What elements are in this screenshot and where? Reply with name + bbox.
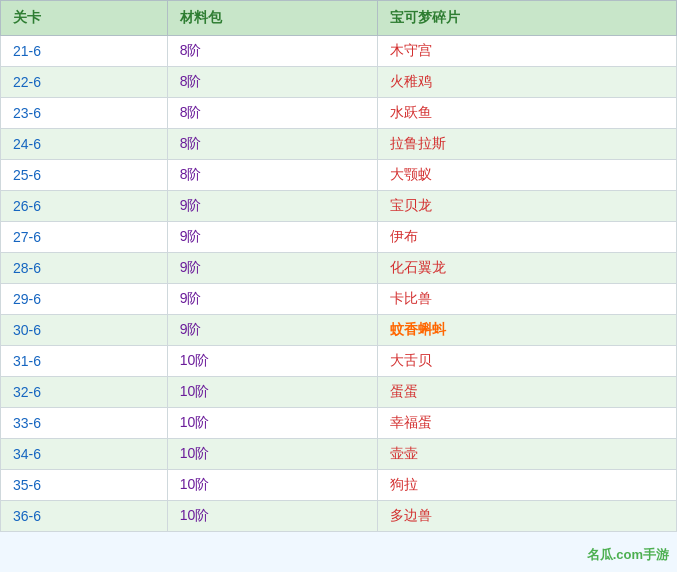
cell-pokemon: 壶壶 [378,439,677,470]
table-row: 32-610阶蛋蛋 [1,377,677,408]
cell-material: 10阶 [167,408,378,439]
watermark: 名瓜.com手游 [587,546,669,564]
cell-material: 9阶 [167,315,378,346]
cell-material: 8阶 [167,129,378,160]
table-row: 31-610阶大舌贝 [1,346,677,377]
cell-pokemon: 拉鲁拉斯 [378,129,677,160]
cell-material: 9阶 [167,253,378,284]
cell-stage: 30-6 [1,315,168,346]
cell-material: 10阶 [167,470,378,501]
cell-stage: 32-6 [1,377,168,408]
table-row: 33-610阶幸福蛋 [1,408,677,439]
cell-stage: 35-6 [1,470,168,501]
table-row: 26-69阶宝贝龙 [1,191,677,222]
cell-stage: 25-6 [1,160,168,191]
watermark-platform: 手游 [643,547,669,562]
cell-pokemon: 多边兽 [378,501,677,532]
cell-pokemon: 水跃鱼 [378,98,677,129]
cell-pokemon: 伊布 [378,222,677,253]
cell-pokemon: 狗拉 [378,470,677,501]
cell-stage: 27-6 [1,222,168,253]
cell-stage: 26-6 [1,191,168,222]
table-row: 34-610阶壶壶 [1,439,677,470]
watermark-domain: .com [613,547,643,562]
cell-stage: 31-6 [1,346,168,377]
cell-material: 9阶 [167,222,378,253]
table-body: 21-68阶木守宫22-68阶火稚鸡23-68阶水跃鱼24-68阶拉鲁拉斯25-… [1,36,677,532]
cell-stage: 33-6 [1,408,168,439]
cell-stage: 34-6 [1,439,168,470]
watermark-brand: 名瓜 [587,547,613,562]
cell-pokemon: 化石翼龙 [378,253,677,284]
header-material: 材料包 [167,1,378,36]
cell-stage: 22-6 [1,67,168,98]
table-row: 36-610阶多边兽 [1,501,677,532]
cell-pokemon: 蛋蛋 [378,377,677,408]
table-row: 21-68阶木守宫 [1,36,677,67]
cell-material: 10阶 [167,501,378,532]
cell-pokemon: 火稚鸡 [378,67,677,98]
table-row: 35-610阶狗拉 [1,470,677,501]
cell-pokemon: 宝贝龙 [378,191,677,222]
table-row: 29-69阶卡比兽 [1,284,677,315]
cell-material: 8阶 [167,36,378,67]
table-row: 22-68阶火稚鸡 [1,67,677,98]
cell-material: 10阶 [167,346,378,377]
header-stage: 关卡 [1,1,168,36]
cell-stage: 21-6 [1,36,168,67]
cell-pokemon: 幸福蛋 [378,408,677,439]
cell-material: 9阶 [167,191,378,222]
cell-stage: 24-6 [1,129,168,160]
cell-material: 8阶 [167,98,378,129]
cell-material: 9阶 [167,284,378,315]
table-row: 24-68阶拉鲁拉斯 [1,129,677,160]
header-pokemon: 宝可梦碎片 [378,1,677,36]
cell-material: 10阶 [167,377,378,408]
cell-pokemon: 大舌贝 [378,346,677,377]
cell-pokemon: 蚊香蝌蚪 [378,315,677,346]
cell-stage: 28-6 [1,253,168,284]
table-row: 30-69阶蚊香蝌蚪 [1,315,677,346]
table-row: 27-69阶伊布 [1,222,677,253]
table-header-row: 关卡 材料包 宝可梦碎片 [1,1,677,36]
table-row: 25-68阶大颚蚁 [1,160,677,191]
cell-material: 8阶 [167,67,378,98]
cell-material: 8阶 [167,160,378,191]
cell-stage: 23-6 [1,98,168,129]
table-container: 关卡 材料包 宝可梦碎片 21-68阶木守宫22-68阶火稚鸡23-68阶水跃鱼… [0,0,677,572]
main-table: 关卡 材料包 宝可梦碎片 21-68阶木守宫22-68阶火稚鸡23-68阶水跃鱼… [0,0,677,532]
table-row: 28-69阶化石翼龙 [1,253,677,284]
cell-material: 10阶 [167,439,378,470]
cell-pokemon: 卡比兽 [378,284,677,315]
cell-stage: 36-6 [1,501,168,532]
table-row: 23-68阶水跃鱼 [1,98,677,129]
cell-pokemon: 木守宫 [378,36,677,67]
cell-stage: 29-6 [1,284,168,315]
cell-pokemon: 大颚蚁 [378,160,677,191]
